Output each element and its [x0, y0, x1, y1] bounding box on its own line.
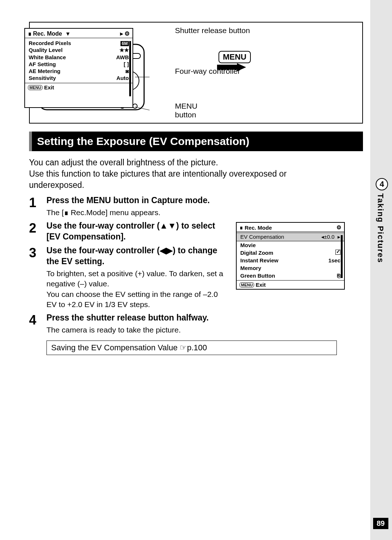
lcd2-row: Digital Zoom: [237, 249, 344, 257]
step-3: 3 Use the four-way controller (◀▶) to ch…: [29, 245, 229, 310]
arrow-icon: [217, 63, 246, 71]
lcd2-exit: Exit: [256, 282, 266, 288]
scrollbar-icon: [129, 41, 131, 96]
label-menu-button: MENU button: [175, 102, 197, 119]
lcd1-row: AE Metering◙: [29, 68, 129, 74]
lcd1-tab: Rec. Mode: [33, 31, 62, 37]
page-number: 89: [373, 518, 388, 529]
step-number: 1: [29, 195, 46, 218]
lcd-rec-mode-1: ∎Rec. Mode ▾ ▸⚙ Recorded Pixels6MQuality…: [24, 28, 133, 108]
lcd2-row: Green Button⎘: [237, 272, 344, 279]
step-3-desc: To brighten, set a positive (+) value. T…: [46, 269, 229, 310]
scrollbar-icon: [341, 235, 343, 278]
lcd2-tab: Rec. Mode: [245, 225, 272, 231]
menu-key-icon: MENU: [28, 85, 42, 90]
lcd2-row: Movie: [237, 241, 344, 249]
lcd1-exit: Exit: [44, 84, 54, 90]
camera-icon: ∎: [64, 208, 69, 217]
step-4-title: Press the shutter release button halfway…: [46, 313, 345, 323]
step-2-title: Use the four-way controller (▲▼) to sele…: [46, 221, 229, 242]
top-diagram: Shutter release button Four-way controll…: [29, 22, 363, 124]
menu-badge: MENU: [219, 51, 251, 63]
lcd2-row: Memory: [237, 264, 344, 272]
camera-icon: ∎: [240, 224, 243, 231]
checkbox-icon: [335, 250, 340, 255]
dropdown-icon: ▾: [66, 30, 69, 37]
step-4-desc: The camera is ready to take the picture.: [46, 325, 345, 335]
lcd1-row: SensitivityAuto: [29, 74, 129, 81]
lcd2-row: Instant Review1sec: [237, 257, 344, 264]
lcd2-row-selected: EV Compensation ◂±0.0 ▸: [237, 233, 344, 241]
step-number: 4: [29, 313, 46, 335]
lcd-rec-mode-2: ∎Rec. Mode ⚙ EV Compensation ◂±0.0 ▸ Mov…: [236, 222, 345, 290]
lcd1-row: Recorded Pixels6M: [29, 40, 129, 47]
step-3-title: Use the four-way controller (◀▶) to chan…: [46, 245, 229, 267]
svg-marker-14: [217, 63, 246, 71]
lcd1-row: White BalanceAWB: [29, 54, 129, 61]
step-number: 2: [29, 221, 46, 242]
menu-key-icon: MENU: [240, 282, 254, 287]
label-shutter: Shutter release button: [175, 26, 250, 35]
lcd1-row: Quality Level★★: [29, 47, 129, 54]
step-1-desc: The [∎ Rec.Mode] menu appears.: [46, 207, 345, 218]
step-number: 3: [29, 245, 46, 310]
step-1-title: Press the MENU button in Capture mode.: [46, 195, 345, 206]
lcd1-row: AF Setting[ ]: [29, 61, 129, 68]
section-heading: Setting the Exposure (EV Compensation): [29, 132, 363, 151]
intro-text: You can adjust the overall brightness of…: [29, 157, 330, 191]
step-4: 4 Press the shutter release button halfw…: [29, 313, 345, 335]
step-1: 1 Press the MENU button in Capture mode.…: [29, 195, 345, 218]
reference-box: Saving the EV Compensation Value ☞p.100: [46, 340, 337, 355]
step-2: 2 Use the four-way controller (▲▼) to se…: [29, 221, 229, 242]
camera-icon: ∎: [28, 30, 32, 37]
svg-point-9: [133, 104, 137, 108]
